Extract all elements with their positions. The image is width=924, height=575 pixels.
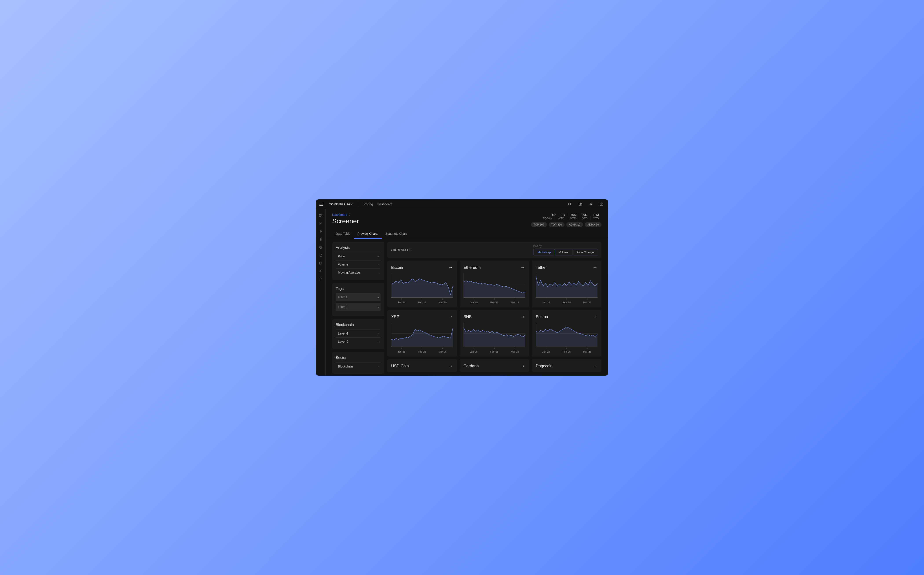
- svg-point-27: [320, 246, 322, 248]
- panel-blockchain: Blockchain Layer-1⌄ Layer-2⌄: [332, 319, 384, 349]
- timeframe-ytd[interactable]: YTD: [591, 216, 602, 220]
- svg-point-0: [568, 203, 571, 205]
- chevron-down-icon: ⌄: [377, 332, 379, 335]
- axis-label: Feb '25: [491, 350, 498, 353]
- sort-price-change[interactable]: Price Change: [572, 249, 598, 255]
- dollar-icon[interactable]: [319, 237, 323, 241]
- card-title: BNB: [464, 315, 472, 319]
- timeframe-7d[interactable]: 7D: [558, 213, 568, 216]
- timeframe-today[interactable]: TODAY: [540, 216, 555, 220]
- nav-dashboard[interactable]: Dashboard: [378, 202, 393, 206]
- sort-segmented: MarketcapVolumePrice Change: [533, 249, 598, 256]
- chevron-down-icon: ⌄: [377, 255, 379, 258]
- axis-label: Mar '25: [439, 350, 447, 353]
- filter-tag-2[interactable]: Filter 2⌄: [336, 303, 381, 311]
- card-title: USD Coin: [391, 364, 409, 369]
- mini-chart: [536, 273, 597, 298]
- dashboard-icon[interactable]: [319, 213, 323, 218]
- arrow-right-icon[interactable]: →: [593, 265, 597, 270]
- timeframe-90d[interactable]: 90D: [579, 213, 590, 216]
- app-window: TOKENRADAR Pricing Dashboard: [316, 199, 608, 376]
- timeframe-qtd[interactable]: QTD: [579, 216, 591, 220]
- profile-icon[interactable]: [598, 201, 605, 207]
- svg-rect-23: [320, 230, 321, 232]
- svg-rect-19: [321, 216, 322, 217]
- axis-label: Feb '25: [562, 301, 570, 304]
- filters-column: Analysis Price⌄ Volume⌄ Moving Average⌄ …: [332, 242, 384, 373]
- filter-volume[interactable]: Volume⌄: [336, 260, 381, 268]
- axis-label: Feb '25: [562, 350, 570, 353]
- svg-point-26: [319, 246, 322, 249]
- left-sidebar: [316, 209, 326, 376]
- arrow-right-icon[interactable]: →: [520, 363, 525, 369]
- bracket-dollar-icon[interactable]: [319, 269, 323, 273]
- arrow-right-icon[interactable]: →: [593, 363, 597, 369]
- axis-label: Jan '25: [542, 301, 550, 304]
- page-icon[interactable]: [319, 253, 323, 257]
- axis-ticks: Jan '25Feb '25Mar '25: [464, 347, 525, 353]
- card-ethereum: Ethereum→ Jan '25Feb '25Mar '25: [460, 260, 529, 307]
- svg-line-29: [320, 262, 322, 263]
- sort-volume[interactable]: Volume: [555, 249, 572, 255]
- chip-adma-10[interactable]: ADMA-10: [566, 222, 583, 227]
- axis-label: Jan '25: [398, 301, 405, 304]
- arrow-right-icon[interactable]: →: [448, 265, 453, 270]
- page-title: Screener: [332, 218, 359, 225]
- chevron-down-icon: ⌄: [377, 263, 379, 266]
- app-logo: TOKENRADAR: [329, 202, 353, 206]
- theme-toggle-icon[interactable]: [588, 201, 594, 207]
- timeframe-30d[interactable]: 30D: [568, 213, 579, 216]
- chip-top-300[interactable]: TOP-300: [549, 222, 564, 227]
- filter-moving-average[interactable]: Moving Average⌄: [336, 268, 381, 276]
- card-dogecoin: Dogecoin→: [532, 359, 602, 372]
- results-bar: >18 RESULTS Sort by MarketcapVolumePrice…: [387, 242, 602, 258]
- filter-layer-2[interactable]: Layer-2⌄: [336, 337, 381, 346]
- svg-point-5: [590, 203, 591, 205]
- axis-label: Mar '25: [511, 350, 519, 353]
- sort-marketcap[interactable]: Marketcap: [533, 249, 555, 256]
- nav-pricing[interactable]: Pricing: [364, 202, 373, 206]
- filter-layer-1[interactable]: Layer-1⌄: [336, 329, 381, 337]
- chip-adma-50[interactable]: ADMA-50: [585, 222, 602, 227]
- axis-label: Jan '25: [470, 301, 478, 304]
- tab-spaghetti[interactable]: Spaghetti Chart: [382, 230, 410, 239]
- arrow-right-icon[interactable]: →: [520, 314, 525, 319]
- mini-chart: [536, 322, 597, 347]
- arrow-right-icon[interactable]: →: [448, 314, 453, 319]
- axis-label: Jan '25: [398, 350, 405, 353]
- external-link-icon[interactable]: [319, 261, 323, 265]
- results-area: >18 RESULTS Sort by MarketcapVolumePrice…: [387, 242, 602, 373]
- tab-preview-charts[interactable]: Preview Charts: [354, 230, 382, 239]
- axis-label: Mar '25: [439, 301, 447, 304]
- info-icon[interactable]: [577, 201, 583, 207]
- timeframe-1d[interactable]: 1D: [549, 213, 559, 216]
- filter-price[interactable]: Price⌄: [336, 252, 381, 260]
- timeframe-row-bottom: TODAYWTDMTDQTDYTD: [531, 216, 602, 220]
- axis-label: Mar '25: [583, 301, 591, 304]
- search-icon[interactable]: [567, 201, 573, 207]
- svg-line-11: [592, 205, 592, 205]
- mini-chart: [391, 273, 453, 298]
- timeframe-block: 1D7D30D90D12M TODAYWTDMTDQTDYTD TOP-100T…: [531, 213, 602, 227]
- timeframe-wtd[interactable]: WTD: [555, 216, 567, 220]
- filter-sector-blockchain[interactable]: Blockchain⌄: [336, 362, 381, 370]
- arrow-right-icon[interactable]: →: [520, 265, 525, 270]
- chip-top-100[interactable]: TOP-100: [531, 222, 547, 227]
- tab-data-table[interactable]: Data Table: [332, 230, 354, 239]
- breadcrumb-sep: /: [349, 213, 350, 216]
- timeframe-12m[interactable]: 12M: [590, 213, 602, 216]
- hamburger-menu-icon[interactable]: [319, 202, 325, 207]
- timeframe-mtd[interactable]: MTD: [567, 216, 579, 220]
- arrow-right-icon[interactable]: →: [593, 314, 597, 319]
- document-icon[interactable]: [319, 221, 323, 226]
- mic-icon[interactable]: [319, 229, 323, 233]
- arrow-right-icon[interactable]: →: [448, 363, 453, 369]
- target-icon[interactable]: [319, 245, 323, 249]
- chevron-down-icon: ⌄: [377, 340, 379, 343]
- svg-point-15: [601, 203, 602, 204]
- breadcrumb-root[interactable]: Dashboard: [332, 213, 347, 216]
- filter-tag-1[interactable]: Filter 1⌄: [336, 293, 381, 301]
- index-chip-row: TOP-100TOP-300ADMA-10ADMA-50: [531, 222, 602, 227]
- logout-icon[interactable]: [319, 277, 323, 281]
- svg-rect-17: [321, 214, 322, 215]
